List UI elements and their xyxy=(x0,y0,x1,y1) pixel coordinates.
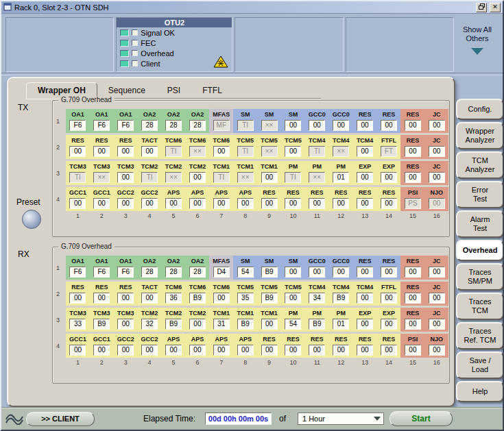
nav-traces-tcm[interactable]: Traces TCM xyxy=(456,293,504,320)
oh-byte-value[interactable]: ×× xyxy=(189,146,206,157)
nav-tcm-analyzer[interactable]: TCM Analyzer xyxy=(456,151,504,179)
oh-byte-value[interactable]: TI xyxy=(69,172,86,183)
oh-byte-value[interactable]: 00 xyxy=(165,198,182,209)
oh-cell: GCC200 xyxy=(114,334,138,358)
oh-byte-label: PSI xyxy=(400,188,424,197)
oh-byte-value[interactable]: PS xyxy=(405,198,421,209)
oh-byte-value[interactable]: 00 xyxy=(357,198,373,209)
oh-byte-value[interactable]: TI xyxy=(237,120,254,131)
oh-byte-value[interactable]: 00 xyxy=(237,198,254,209)
nav-config[interactable]: Config. xyxy=(456,99,504,120)
nav-error-test[interactable]: Error Test xyxy=(456,181,504,208)
oh-byte-value[interactable]: F6 xyxy=(69,120,86,131)
oh-byte-value[interactable]: 01 xyxy=(333,172,349,183)
oh-byte-value[interactable]: 00 xyxy=(285,146,301,157)
status-led-fec xyxy=(120,40,129,47)
oh-byte-value[interactable]: 00 xyxy=(93,146,110,157)
oh-byte-value[interactable]: TI xyxy=(285,172,301,183)
oh-byte-value[interactable]: 00 xyxy=(429,198,445,209)
oh-byte-value[interactable]: ×× xyxy=(309,172,325,183)
rx-overhead-groupbox: G.709 Overhead 1OA1F6OA1F6OA1F6OA228OA22… xyxy=(52,247,450,384)
oh-byte-value[interactable]: 00 xyxy=(285,120,301,131)
oh-byte-value[interactable]: 28 xyxy=(165,120,182,131)
oh-byte-value[interactable]: ×× xyxy=(333,146,349,157)
oh-byte-value[interactable]: TI xyxy=(237,146,254,157)
oh-byte-value[interactable]: FT xyxy=(381,146,397,157)
oh-byte-value[interactable]: 00 xyxy=(189,172,206,183)
oh-byte-value[interactable]: 00 xyxy=(381,172,397,183)
preset-button[interactable] xyxy=(22,210,41,229)
oh-byte-value[interactable]: ×× xyxy=(261,146,278,157)
oh-byte-value[interactable]: 00 xyxy=(429,146,445,157)
oh-byte-value[interactable]: 00 xyxy=(429,120,445,131)
oh-byte-label: APS xyxy=(209,188,233,197)
oh-byte-value[interactable]: 00 xyxy=(261,198,278,209)
oh-byte-value[interactable]: 00 xyxy=(285,198,301,209)
oh-byte-value[interactable]: 00 xyxy=(381,120,397,131)
gating-time-select[interactable]: 1 Hour xyxy=(298,412,384,425)
oh-byte-value[interactable]: TI xyxy=(165,146,182,157)
oh-byte-value[interactable]: 00 xyxy=(93,198,110,209)
nav-traces-sm-pm[interactable]: Traces SM/PM xyxy=(456,263,504,291)
oh-byte-value[interactable]: 00 xyxy=(357,120,373,131)
oh-byte-value[interactable]: 00 xyxy=(117,198,134,209)
oh-byte-value[interactable]: 00 xyxy=(309,198,325,209)
oh-byte-value[interactable]: 00 xyxy=(213,198,230,209)
oh-byte-value[interactable]: 00 xyxy=(141,146,158,157)
oh-byte-value[interactable]: 00 xyxy=(69,198,86,209)
oh-byte-value[interactable]: 00 xyxy=(357,146,373,157)
oh-byte-value[interactable]: 00 xyxy=(117,146,134,157)
oh-row: 1OA1F6OA1F6OA1F6OA228OA228OA228MFASMFSMT… xyxy=(56,109,449,133)
restore-button[interactable] xyxy=(476,3,487,12)
oh-byte-value[interactable]: 00 xyxy=(405,146,421,157)
start-button[interactable]: Start xyxy=(389,411,453,426)
oh-byte-value: 00 xyxy=(93,293,110,304)
oh-byte-value[interactable]: 00 xyxy=(405,172,421,183)
oh-byte-value[interactable]: TI xyxy=(309,146,325,157)
oh-byte-value[interactable]: ×× xyxy=(93,172,110,183)
chevron-down-icon[interactable] xyxy=(471,48,483,55)
nav-traces-ref-tcm[interactable]: Traces Ref. TCM xyxy=(456,322,504,349)
oh-byte-value[interactable]: 28 xyxy=(141,120,158,131)
client-button[interactable]: >> CLIENT xyxy=(26,412,95,426)
oh-byte-value[interactable]: 00 xyxy=(405,120,421,131)
oh-byte-value[interactable]: 00 xyxy=(117,172,134,183)
oh-byte-label: TCM6 xyxy=(185,283,209,291)
oh-byte-value[interactable]: 00 xyxy=(429,172,445,183)
oh-byte-value[interactable]: 00 xyxy=(357,172,373,183)
oh-byte-value: B9 xyxy=(93,319,110,330)
tab-ftfl[interactable]: FTFL xyxy=(191,83,233,98)
show-all-others[interactable]: Show All Others xyxy=(456,17,499,77)
oh-byte-value[interactable]: ×× xyxy=(165,172,182,183)
oh-byte-value[interactable]: MF xyxy=(213,120,230,131)
oh-byte-value[interactable]: 00 xyxy=(381,198,397,209)
dropdown-arrow-icon[interactable] xyxy=(374,417,381,421)
nav-overhead[interactable]: Overhead xyxy=(456,240,504,261)
close-button[interactable]: ✕ xyxy=(490,3,501,12)
oh-byte-value[interactable]: 00 xyxy=(333,120,349,131)
nav-help[interactable]: Help xyxy=(456,381,504,402)
tab-psi[interactable]: PSI xyxy=(156,83,191,98)
oh-byte-label: RES xyxy=(305,188,329,197)
col-number: 9 xyxy=(257,212,281,219)
oh-byte-value[interactable]: 00 xyxy=(333,198,349,209)
nav-alarm-test[interactable]: Alarm Test xyxy=(456,210,504,238)
oh-byte-value[interactable]: F6 xyxy=(93,120,110,131)
oh-byte-value[interactable]: 00 xyxy=(69,146,86,157)
oh-byte-value[interactable]: 00 xyxy=(309,120,325,131)
oh-byte-label: RES xyxy=(66,283,90,291)
nav-save-load[interactable]: Save / Load xyxy=(456,352,504,379)
nav-wrapper-analyzer[interactable]: Wrapper Analyzer xyxy=(456,122,504,149)
oh-byte-value[interactable]: 00 xyxy=(261,172,278,183)
oh-byte-value[interactable]: 00 xyxy=(213,146,230,157)
oh-byte-value[interactable]: ×× xyxy=(261,120,278,131)
row-number: 1 xyxy=(56,109,66,133)
oh-byte-value[interactable]: TI xyxy=(141,172,158,183)
oh-byte-value[interactable]: F6 xyxy=(117,120,134,131)
oh-byte-value[interactable]: 00 xyxy=(141,198,158,209)
oh-byte-value[interactable]: 00 xyxy=(189,198,206,209)
oh-cell: APS00 xyxy=(162,334,186,358)
oh-byte-value[interactable]: ×× xyxy=(237,172,254,183)
oh-byte-value[interactable]: 28 xyxy=(189,120,206,131)
oh-byte-value[interactable]: TI xyxy=(213,172,230,183)
